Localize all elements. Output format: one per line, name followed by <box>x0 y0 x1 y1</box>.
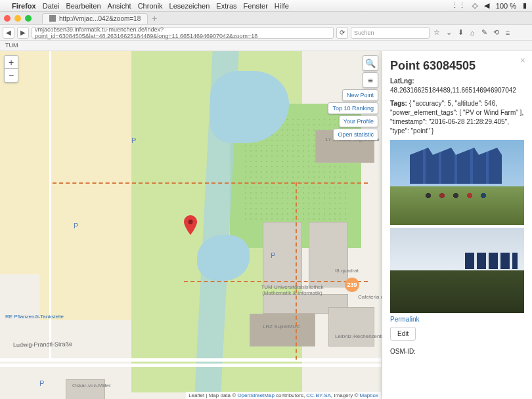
window-minimize-button[interactable] <box>14 15 21 22</box>
panel-close-button[interactable]: × <box>520 55 525 66</box>
statistic-button[interactable]: Open statistic <box>333 129 378 140</box>
hamburger-icon[interactable]: ≡ <box>503 28 512 37</box>
cc-link[interactable]: CC-BY-SA <box>306 392 331 398</box>
edit-button[interactable]: Edit <box>390 327 416 341</box>
url-input[interactable]: vmjacobsen39.informatik.tu-muenchen.de/i… <box>32 27 334 39</box>
battery-percent: 100 % <box>496 2 516 10</box>
menu-hilfe[interactable]: Hilfe <box>275 2 289 10</box>
map-label-oskar: Oskar-von-Miller <box>72 383 111 388</box>
menu-lesezeichen[interactable]: Lesezeichen <box>169 2 210 10</box>
zoom-out-button[interactable]: − <box>5 69 18 82</box>
panel-title: Point 63084505 <box>390 59 524 73</box>
volume-icon[interactable]: ◀ <box>484 1 489 10</box>
map-label-re: RE Pflanzenöl-Tankstelle <box>5 314 64 320</box>
wifi-signal-icon[interactable]: ◇ <box>472 1 477 10</box>
search-input[interactable]: Suchen <box>351 27 430 39</box>
permalink-link[interactable]: Permalink <box>390 316 419 323</box>
search-placeholder: Suchen <box>354 30 374 36</box>
map-label-lrz: LRZ SuperMUC <box>263 324 300 329</box>
latlng-field: LatLng: 48.26316625184489,11.66514694690… <box>390 77 524 95</box>
zoom-control: + − <box>4 55 18 83</box>
back-button[interactable]: ◀ <box>3 27 14 39</box>
share-icon[interactable]: ✎ <box>479 28 489 37</box>
osmid-field: OSM-ID: <box>390 347 524 356</box>
menu-bearbeiten[interactable]: Bearbeiten <box>66 2 100 10</box>
menu-datei[interactable]: Datei <box>43 2 60 10</box>
menu-fenster[interactable]: Fenster <box>244 2 268 10</box>
map-viewport[interactable]: RE Pflanzenöl-Tankstelle 17. Prüfstandsg… <box>0 51 532 399</box>
mapbox-link[interactable]: Mapbox <box>360 392 378 398</box>
parking-1: P <box>131 136 136 144</box>
pocket-icon[interactable]: ⌄ <box>444 28 453 37</box>
browser-tab[interactable]: http://vmjac...042&zoom=18 <box>42 13 148 24</box>
point-photo-1[interactable] <box>390 140 524 225</box>
window-titlebar: http://vmjac...042&zoom=18 + <box>0 12 532 25</box>
new-tab-button[interactable]: + <box>152 13 157 24</box>
app-name[interactable]: Firefox <box>12 2 36 10</box>
point-info-panel: × Point 63084505 LatLng: 48.263166251844… <box>382 51 532 399</box>
tab-title: http://vmjac...042&zoom=18 <box>59 15 141 22</box>
menu-ansicht[interactable]: Ansicht <box>108 2 131 10</box>
reload-button[interactable]: ⟳ <box>336 27 348 39</box>
home-icon[interactable]: ⌂ <box>468 28 477 37</box>
parking-3: P <box>271 251 275 259</box>
url-text: vmjacobsen39.informatik.tu-muenchen.de/i… <box>35 26 330 39</box>
browser-toolbar: ◀ ▶ vmjacobsen39.informatik.tu-muenchen.… <box>0 25 532 41</box>
new-point-button[interactable]: New Point <box>342 89 378 101</box>
macos-menubar: Firefox Datei Bearbeiten Ansicht Chronik… <box>0 0 532 12</box>
map-attribution: Leaflet | Map data © OpenStreetMap contr… <box>186 392 381 399</box>
bookmark-bar: TUM <box>0 41 532 51</box>
menu-chronik[interactable]: Chronik <box>138 2 163 10</box>
favicon-icon <box>49 15 56 22</box>
download-icon[interactable]: ⬇ <box>456 28 465 37</box>
window-close-button[interactable] <box>4 15 11 22</box>
map-controls: 🔍 ≡ New Point Top 10 Ranking Your Profil… <box>328 55 378 140</box>
map-marker[interactable] <box>184 215 197 236</box>
map-label-quad: I8 quadrat <box>335 268 359 274</box>
map-label-tub: TUM Universitätsbibliothek (Mathematik &… <box>259 284 325 296</box>
wifi-icon[interactable]: ⋮⋮ <box>451 1 466 10</box>
forward-button[interactable]: ▶ <box>17 27 29 39</box>
osm-link[interactable]: OpenStreetMap <box>237 392 274 398</box>
battery-icon[interactable]: ▮ <box>523 1 527 10</box>
parking-2: P <box>74 222 78 230</box>
map-search-button[interactable]: 🔍 <box>363 55 378 71</box>
map-layers-button[interactable]: ≡ <box>363 72 378 88</box>
tags-field: Tags: { "accuracy": 5, "altitude": 546, … <box>390 99 524 136</box>
point-photo-2[interactable] <box>390 228 524 313</box>
profile-button[interactable]: Your Profile <box>339 116 378 127</box>
zoom-in-button[interactable]: + <box>5 56 18 69</box>
bookmark-tum[interactable]: TUM <box>5 42 18 49</box>
window-maximize-button[interactable] <box>25 15 32 22</box>
svg-point-0 <box>188 220 193 224</box>
map-cluster[interactable]: 239 <box>345 278 359 292</box>
parking-4: P <box>39 379 44 387</box>
sync-icon[interactable]: ⟲ <box>491 28 500 37</box>
top10-button[interactable]: Top 10 Ranking <box>328 102 378 114</box>
menu-extras[interactable]: Extras <box>216 2 236 10</box>
star-icon[interactable]: ☆ <box>432 28 441 37</box>
street-label-ludwig: Ludwig-Prandtl-Straße <box>13 341 72 348</box>
